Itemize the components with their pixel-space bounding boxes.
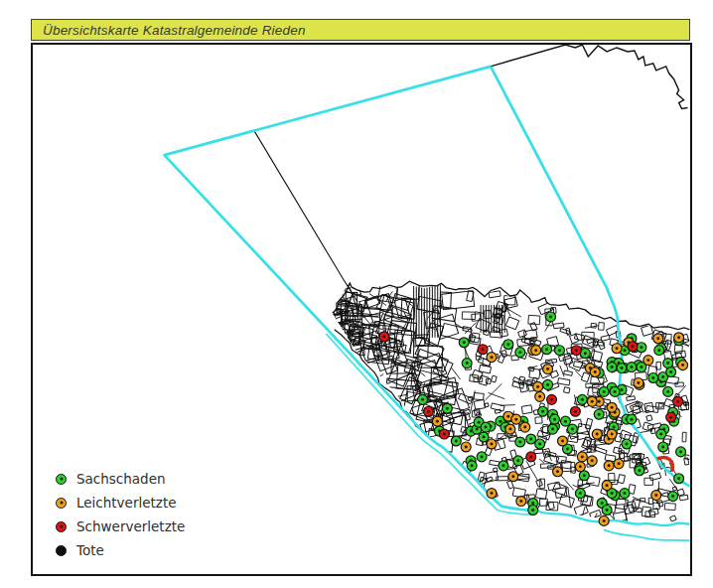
incident-marker	[634, 377, 643, 387]
incident-marker	[451, 436, 461, 446]
legend-item-tote: Tote	[56, 538, 185, 562]
incident-marker	[678, 361, 688, 370]
incident-marker	[535, 439, 545, 449]
incident-marker	[622, 439, 632, 449]
incident-marker	[487, 489, 497, 499]
incident-marker	[567, 424, 577, 434]
incident-marker	[546, 312, 556, 322]
incident-marker	[654, 346, 664, 356]
incident-marker	[503, 340, 513, 350]
incident-marker	[656, 429, 666, 439]
incident-marker	[442, 403, 452, 413]
incident-marker	[505, 424, 515, 434]
incident-marker	[487, 439, 497, 449]
legend-item-sachschaden: Sachschaden	[56, 467, 185, 491]
incident-marker	[575, 462, 585, 472]
legend-label: Sachschaden	[76, 471, 166, 487]
incident-marker	[575, 489, 585, 499]
incident-marker	[516, 497, 526, 507]
incident-marker	[627, 363, 637, 372]
g-marker-icon	[56, 474, 67, 485]
incident-marker	[577, 394, 587, 404]
incident-marker	[548, 424, 558, 434]
boundary-top-west-edge	[164, 67, 537, 512]
incident-marker	[533, 381, 543, 391]
incident-marker	[528, 506, 538, 515]
district-division-line	[254, 130, 357, 302]
incident-marker	[673, 396, 683, 406]
incident-marker	[602, 506, 612, 515]
incident-marker	[604, 461, 614, 471]
incident-marker	[676, 447, 686, 457]
incident-marker	[487, 353, 497, 363]
incident-marker	[432, 416, 442, 426]
incident-marker	[461, 442, 471, 452]
incident-marker	[439, 429, 449, 439]
incident-marker	[467, 461, 477, 471]
boundary-south-stream-2	[604, 529, 689, 540]
incident-marker	[594, 409, 604, 419]
incident-marker	[666, 368, 676, 377]
incident-marker	[379, 332, 389, 342]
incident-marker	[481, 422, 491, 432]
o-marker-icon	[56, 498, 67, 509]
incident-marker	[462, 359, 472, 368]
map-title: Übersichtskarte Katastralgemeinde Rieden	[32, 23, 306, 38]
incident-marker	[542, 345, 552, 355]
municipal-border-line	[491, 45, 688, 109]
incident-marker	[477, 452, 487, 462]
b-marker-icon	[56, 545, 67, 556]
incident-marker	[424, 406, 434, 416]
incident-marker	[547, 394, 557, 404]
incident-marker	[511, 414, 521, 424]
incident-marker	[508, 472, 518, 482]
legend-label: Leichtverletzte	[76, 495, 177, 511]
incident-marker	[653, 334, 663, 344]
legend-label: Tote	[76, 542, 104, 558]
incident-marker	[418, 394, 428, 404]
incident-marker	[560, 416, 570, 426]
incident-marker	[535, 391, 545, 401]
incident-marker	[620, 489, 630, 499]
map-report-page: Übersichtskarte Katastralgemeinde Rieden	[0, 0, 713, 588]
incident-marker	[550, 414, 560, 424]
incident-marker	[499, 461, 508, 471]
incident-marker	[590, 368, 600, 377]
incident-marker	[628, 342, 638, 352]
incident-marker	[607, 402, 617, 412]
incident-marker	[599, 515, 609, 525]
incident-marker	[599, 386, 609, 396]
r-marker-icon	[56, 521, 67, 532]
incident-marker	[570, 406, 580, 416]
incident-marker	[555, 346, 565, 356]
incident-marker	[635, 466, 644, 476]
incident-marker	[526, 434, 536, 444]
legend-item-schwerverletzte: Schwerverletzte	[56, 514, 185, 538]
legend-label: Schwerverletzte	[76, 518, 185, 534]
incident-marker	[668, 492, 678, 502]
incident-marker	[587, 396, 597, 406]
incident-marker	[478, 345, 488, 355]
incident-marker	[520, 422, 530, 432]
incident-marker	[558, 436, 568, 446]
incident-marker	[651, 491, 661, 501]
incident-marker	[531, 346, 541, 356]
incident-marker	[607, 429, 617, 439]
incident-marker	[577, 452, 587, 462]
incident-marker	[674, 333, 684, 343]
incident-marker	[459, 338, 469, 348]
incident-marker	[617, 364, 627, 373]
incident-marker	[610, 386, 620, 396]
incident-marker	[674, 474, 684, 484]
incident-marker	[648, 373, 658, 383]
incident-marker	[612, 344, 622, 354]
incident-marker	[666, 412, 676, 422]
incident-marker	[543, 365, 553, 374]
incident-marker	[643, 356, 653, 366]
incident-marker	[543, 379, 553, 389]
incident-marker	[607, 363, 617, 372]
incident-marker	[513, 456, 523, 466]
incident-marker	[658, 442, 668, 452]
incident-marker	[515, 437, 525, 447]
incident-marker	[602, 481, 612, 491]
